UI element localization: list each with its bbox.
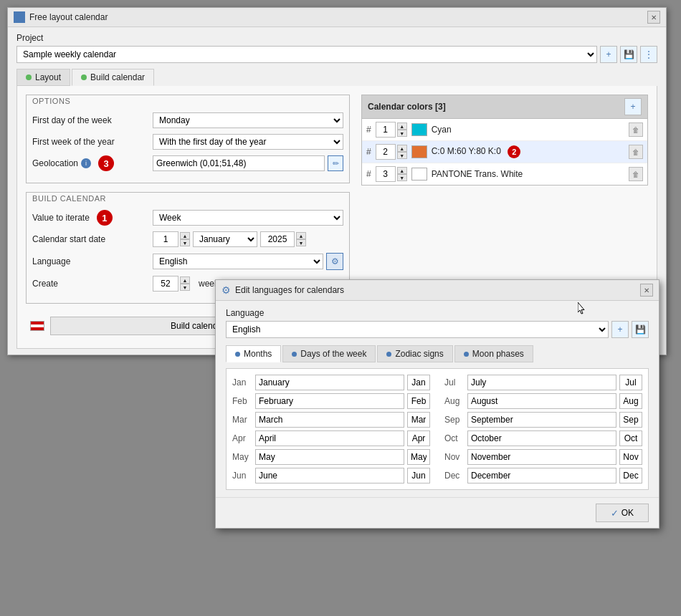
value-iterate-select[interactable]: Week Month Day bbox=[153, 210, 343, 226]
c1-up[interactable]: ▲ bbox=[397, 122, 407, 130]
month-short-oct[interactable] bbox=[619, 430, 642, 446]
month-short-apr[interactable] bbox=[407, 430, 430, 446]
project-menu-btn[interactable]: ⋮ bbox=[640, 46, 657, 63]
month-short-may[interactable] bbox=[407, 449, 430, 465]
inner-tab-days[interactable]: Days of the week bbox=[282, 345, 376, 362]
month-row-oct: Oct bbox=[444, 430, 642, 446]
project-save-btn[interactable]: 💾 bbox=[620, 46, 637, 63]
month-input-mar[interactable] bbox=[255, 412, 404, 428]
inner-tab-moon[interactable]: Moon phases bbox=[454, 345, 533, 362]
inner-tab-zodiac[interactable]: Zodiac signs bbox=[377, 345, 452, 362]
colors-list: # ▲▼ Cyan 🗑 # ▲▼ bbox=[361, 118, 648, 186]
month-short-dec[interactable] bbox=[619, 468, 642, 483]
month-short-nov[interactable] bbox=[619, 449, 642, 465]
create-up[interactable]: ▲ bbox=[180, 276, 190, 284]
language-select[interactable]: English French German bbox=[153, 254, 323, 269]
dialog-lang-select[interactable]: English French German bbox=[226, 321, 609, 338]
months-left-col: Jan Feb Mar Apr bbox=[232, 375, 430, 483]
dialog-titlebar: ⚙ Edit languages for calendars ✕ bbox=[216, 280, 659, 301]
colors-add-btn[interactable]: + bbox=[624, 98, 642, 115]
badge-2: 2 bbox=[508, 145, 520, 158]
month-row-jul: Jul bbox=[444, 375, 642, 390]
options-section: OPTIONS First day of the week Monday Sun… bbox=[26, 95, 350, 183]
month-input-may[interactable] bbox=[255, 449, 404, 465]
language-label: Language bbox=[32, 256, 147, 266]
c1-down[interactable]: ▼ bbox=[397, 130, 407, 137]
tab-layout[interactable]: Layout bbox=[16, 69, 70, 86]
hash-2: # bbox=[366, 147, 371, 157]
cal-start-year-spinner: ▲ ▼ bbox=[260, 231, 306, 247]
inner-tab-months[interactable]: Months bbox=[226, 345, 281, 362]
month-abbr-jan: Jan bbox=[232, 377, 252, 388]
geolocation-edit-btn[interactable]: ✏ bbox=[328, 155, 343, 171]
month-short-jan[interactable] bbox=[407, 375, 430, 390]
color-num-1[interactable] bbox=[376, 122, 396, 138]
cal-start-year-up[interactable]: ▲ bbox=[296, 232, 306, 239]
first-week-select[interactable]: With the first day of the year With the … bbox=[153, 134, 343, 150]
cal-start-year-down[interactable]: ▼ bbox=[296, 239, 306, 246]
color-swatch-3[interactable] bbox=[411, 168, 427, 181]
month-input-dec[interactable] bbox=[467, 468, 616, 483]
month-input-jun[interactable] bbox=[255, 468, 404, 483]
month-short-mar[interactable] bbox=[407, 412, 430, 428]
cal-start-day-up[interactable]: ▲ bbox=[180, 232, 190, 239]
color-swatch-2[interactable] bbox=[411, 145, 427, 158]
month-abbr-dec: Dec bbox=[444, 471, 465, 481]
project-add-btn[interactable]: + bbox=[600, 46, 617, 63]
first-day-select[interactable]: Monday Sunday Saturday bbox=[153, 112, 343, 128]
color-delete-1[interactable]: 🗑 bbox=[629, 122, 643, 137]
month-short-jul[interactable] bbox=[619, 375, 642, 390]
color-name-1: Cyan bbox=[432, 125, 624, 135]
month-short-aug[interactable] bbox=[619, 393, 642, 409]
main-window-close[interactable]: ✕ bbox=[647, 11, 660, 24]
color-delete-2[interactable]: 🗑 bbox=[629, 145, 643, 159]
month-row-sep: Sep bbox=[444, 412, 642, 428]
month-short-jun[interactable] bbox=[407, 468, 430, 483]
month-abbr-sep: Sep bbox=[444, 415, 465, 425]
color-delete-3[interactable]: 🗑 bbox=[629, 167, 643, 181]
cal-start-day-spinner: ▲ ▼ bbox=[153, 231, 190, 247]
month-short-feb[interactable] bbox=[407, 393, 430, 409]
month-short-sep[interactable] bbox=[619, 412, 642, 428]
month-input-sep[interactable] bbox=[467, 412, 616, 428]
c3-down[interactable]: ▼ bbox=[397, 174, 407, 181]
dialog-lang-save[interactable]: 💾 bbox=[632, 321, 649, 338]
tab-build-calendar[interactable]: Build calendar bbox=[72, 69, 154, 86]
month-input-jul[interactable] bbox=[467, 375, 616, 390]
geolocation-input[interactable] bbox=[153, 155, 325, 171]
c2-up[interactable]: ▲ bbox=[397, 145, 407, 152]
tab-build-dot bbox=[81, 74, 87, 80]
month-input-apr[interactable] bbox=[255, 430, 404, 446]
month-input-feb[interactable] bbox=[255, 393, 404, 409]
create-down[interactable]: ▼ bbox=[180, 284, 190, 291]
cal-start-year-input[interactable] bbox=[260, 231, 295, 247]
c3-up[interactable]: ▲ bbox=[397, 167, 407, 174]
month-input-jan[interactable] bbox=[255, 375, 404, 390]
project-select[interactable]: Sample weekly calendar bbox=[16, 46, 597, 63]
color-num-2[interactable] bbox=[376, 144, 396, 160]
cal-start-day-down[interactable]: ▼ bbox=[180, 239, 190, 246]
title-left: Free layout calendar bbox=[14, 11, 108, 23]
color-swatch-1[interactable] bbox=[411, 123, 427, 136]
dialog-close-btn[interactable]: ✕ bbox=[640, 284, 653, 297]
cal-start-label: Calendar start date bbox=[32, 234, 147, 244]
create-value-input[interactable] bbox=[153, 276, 178, 292]
info-icon[interactable]: i bbox=[81, 158, 91, 168]
month-input-oct[interactable] bbox=[467, 430, 616, 446]
colors-header: Calendar colors [3] + bbox=[361, 95, 648, 118]
c2-down[interactable]: ▼ bbox=[397, 152, 407, 159]
cal-start-month-select[interactable]: JanuaryFebruaryMarch AprilMayJune JulyAu… bbox=[193, 231, 257, 247]
month-abbr-may: May bbox=[232, 452, 252, 462]
inner-tabs: Months Days of the week Zodiac signs Moo… bbox=[226, 345, 649, 362]
geolocation-row: Geolocation i 3 ✏ bbox=[32, 155, 343, 171]
language-settings-btn[interactable]: ⚙ bbox=[326, 253, 343, 270]
month-row-dec: Dec bbox=[444, 468, 642, 483]
month-input-aug[interactable] bbox=[467, 393, 616, 409]
ok-button[interactable]: ✓ OK bbox=[596, 504, 649, 522]
month-input-nov[interactable] bbox=[467, 449, 616, 465]
value-iterate-label: Value to iterate 1 bbox=[32, 210, 147, 226]
language-row: Language English French German ⚙ bbox=[32, 253, 343, 270]
color-num-3[interactable] bbox=[376, 166, 396, 182]
dialog-lang-add[interactable]: + bbox=[611, 321, 629, 338]
cal-start-day-input[interactable] bbox=[153, 231, 178, 247]
